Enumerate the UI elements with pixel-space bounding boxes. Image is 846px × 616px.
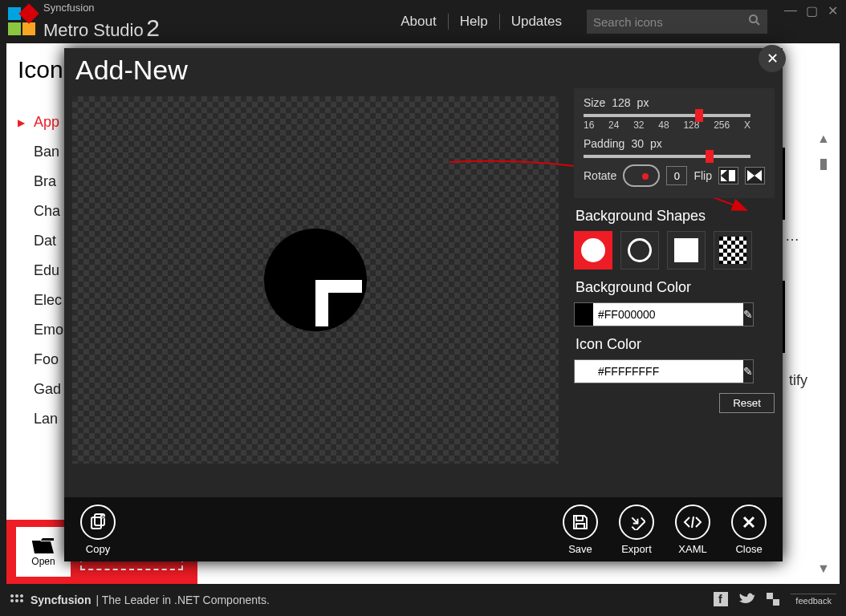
app-name: Metro Studio	[43, 20, 144, 40]
flip-label: Flip	[693, 169, 712, 182]
svg-point-0	[750, 15, 757, 22]
sidebar-item[interactable]: Elec	[18, 286, 67, 315]
folder-open-icon	[31, 537, 55, 554]
close-button[interactable]: Close	[731, 505, 767, 555]
bg-color-title: Background Color	[576, 279, 775, 296]
padding-slider[interactable]	[584, 155, 750, 158]
sidebar-item[interactable]: Emo	[18, 315, 67, 345]
xaml-button[interactable]: XAML	[675, 505, 710, 555]
padding-value: 30	[631, 137, 644, 150]
svg-text:⚙: ⚙	[101, 515, 105, 520]
svg-rect-12	[92, 517, 101, 529]
scroll-thumb[interactable]	[820, 159, 827, 170]
scroll-up-icon[interactable]: ▲	[817, 132, 830, 146]
svg-point-7	[20, 599, 23, 602]
size-slider[interactable]	[584, 114, 750, 117]
export-icon	[628, 514, 645, 530]
svg-point-5	[10, 599, 14, 602]
eyedropper-icon[interactable]: ✎	[743, 360, 753, 383]
footer-tagline: | The Leader in .NET Components.	[96, 594, 269, 606]
search-input[interactable]	[593, 15, 748, 29]
copy-icon: ⚙	[89, 513, 107, 531]
icon-color-hex-input[interactable]	[593, 360, 743, 383]
app-version: 2	[146, 14, 160, 41]
open-project-button[interactable]: Open	[16, 527, 71, 577]
delicious-icon[interactable]	[767, 593, 779, 608]
bg-color-swatch[interactable]	[575, 303, 593, 326]
code-icon	[683, 516, 702, 529]
icon-color-title: Icon Color	[576, 336, 775, 353]
sidebar-item[interactable]: Cha	[18, 197, 67, 226]
overflow-ellipsis: …	[785, 228, 799, 245]
svg-rect-11	[773, 599, 779, 606]
nav-help[interactable]: Help	[449, 14, 500, 30]
twitter-icon[interactable]	[739, 593, 755, 608]
app-logo: Syncfusion Metro Studio 2	[8, 2, 160, 40]
shape-none-transparent[interactable]	[714, 231, 752, 270]
padding-unit: px	[650, 137, 662, 150]
sidebar-item[interactable]: Gad	[18, 375, 67, 404]
svg-point-4	[20, 594, 23, 598]
svg-text:f: f	[718, 593, 722, 606]
dialog-close-button[interactable]: ✕	[759, 45, 786, 72]
shape-circle-outline[interactable]	[620, 231, 659, 270]
sidebar-item[interactable]: Edu	[18, 256, 67, 286]
reset-button[interactable]: Reset	[719, 393, 775, 413]
open-label: Open	[31, 556, 55, 567]
window-maximize-icon[interactable]: ▢	[804, 3, 819, 18]
sidebar-item[interactable]: Ban	[18, 137, 67, 167]
save-icon	[572, 514, 588, 530]
svg-point-2	[10, 594, 14, 598]
scrollbar[interactable]: ▲ ▼	[815, 132, 832, 576]
nav-about[interactable]: About	[389, 14, 448, 30]
icon-preview-canvas[interactable]	[72, 96, 559, 464]
export-button[interactable]: Export	[619, 505, 654, 555]
rotate-label: Rotate	[584, 169, 616, 182]
copy-button[interactable]: ⚙ Copy	[80, 505, 116, 555]
padding-label: Padding	[584, 137, 624, 150]
svg-point-3	[15, 594, 18, 598]
rotate-input[interactable]	[666, 166, 687, 185]
size-value: 128	[612, 96, 630, 109]
rotate-dial[interactable]	[623, 164, 660, 187]
sidebar-item[interactable]: Dat	[18, 226, 67, 256]
vendor-label: Syncfusion	[43, 2, 160, 14]
sidebar-item[interactable]: Foo	[18, 345, 67, 375]
shape-square[interactable]	[667, 231, 706, 270]
sidebar-item[interactable]: Lan	[18, 404, 67, 434]
partial-label: tify	[789, 372, 807, 389]
icon-color-swatch[interactable]	[575, 360, 593, 383]
window-minimize-icon[interactable]: —	[783, 3, 798, 18]
sidebar-item-app[interactable]: App	[18, 107, 67, 137]
bg-shapes-title: Background Shapes	[576, 208, 775, 225]
size-label: Size	[584, 96, 605, 109]
flip-horizontal-button[interactable]	[718, 167, 738, 184]
size-unit: px	[637, 96, 649, 109]
facebook-icon[interactable]: f	[714, 592, 728, 609]
window-close-icon[interactable]: ✕	[825, 3, 840, 18]
sidebar-item[interactable]: Bra	[18, 167, 67, 197]
icon-color-picker: ✎	[574, 359, 754, 383]
svg-rect-10	[767, 593, 773, 599]
svg-point-6	[15, 599, 18, 602]
bg-color-hex-input[interactable]	[593, 303, 743, 326]
scroll-down-icon[interactable]: ▼	[817, 561, 830, 576]
save-button[interactable]: Save	[563, 505, 598, 555]
category-sidebar: App Ban Bra Cha Dat Edu Elec Emo Foo Gad…	[18, 107, 67, 434]
search-icon[interactable]	[748, 14, 761, 30]
icon-editor-dialog: ✕ Add-New Size 128 px 16 24 32 48 128 25…	[64, 48, 783, 561]
svg-line-1	[756, 22, 759, 25]
preview-shape	[264, 229, 367, 331]
footer-brand: Syncfusion	[10, 594, 91, 606]
shape-circle-filled[interactable]	[574, 231, 612, 270]
nav-updates[interactable]: Updates	[500, 14, 573, 30]
dialog-title: Add-New	[64, 48, 783, 89]
eyedropper-icon[interactable]: ✎	[743, 303, 753, 326]
close-icon	[742, 516, 755, 529]
bg-color-picker: ✎	[574, 302, 754, 326]
flip-vertical-button[interactable]	[745, 167, 765, 184]
feedback-link[interactable]: feedback	[791, 594, 836, 607]
search-box[interactable]	[587, 10, 767, 34]
